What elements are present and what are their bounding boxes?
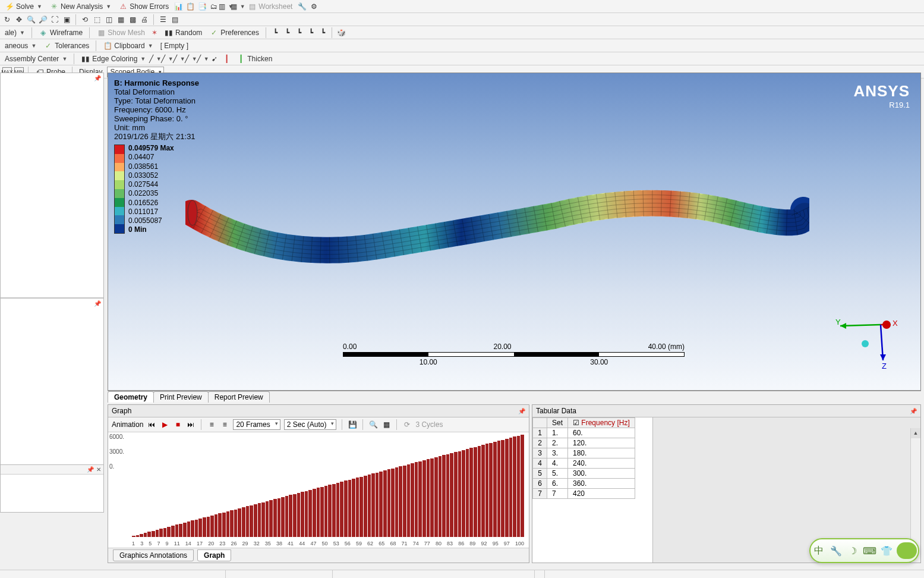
table-row[interactable]: 22.120. (533, 438, 635, 448)
coord-icon-5[interactable]: ┗ (318, 28, 327, 37)
table-row[interactable]: 55.300. (533, 469, 635, 479)
ime-keyboard-icon[interactable]: ⌨ (863, 544, 877, 558)
iso-icon[interactable]: ⬚ (92, 15, 102, 24)
close-icon[interactable]: ✕ (96, 466, 101, 473)
coord-icon-2[interactable]: ┗ (282, 28, 292, 37)
preferences-button[interactable]: ✓Preferences (207, 27, 261, 38)
assembly-center-button[interactable]: Assembly Center▼ (2, 54, 70, 64)
tab-print-preview[interactable]: Print Preview (153, 391, 209, 403)
pen-icon-2[interactable]: ╱▼ (162, 54, 172, 64)
anim-grid-icon[interactable]: ▦ (381, 420, 391, 429)
anim-save-icon[interactable]: 💾 (348, 420, 357, 429)
table-row[interactable]: 77420 (533, 489, 635, 499)
zoom-fit-icon[interactable]: ⛶ (50, 15, 59, 24)
tool-dd-2[interactable]: ▦▼ (233, 2, 242, 11)
scale-dropdown[interactable]: ale)▼ (2, 28, 27, 37)
tool-icon-8[interactable]: ▤ (170, 15, 179, 24)
table-row[interactable]: 44.240. (533, 458, 635, 469)
zoom-out-icon[interactable]: 🔎 (38, 15, 48, 24)
refresh-icon[interactable]: ↻ (2, 15, 12, 24)
zoom-in-icon[interactable]: 🔍 (26, 15, 36, 24)
rotate-icon[interactable]: ⟲ (80, 15, 90, 24)
frames-select[interactable]: 20 Frames (233, 419, 280, 430)
coord-icon-4[interactable]: ┗ (306, 28, 316, 37)
show-errors-button[interactable]: ⚠Show Errors (116, 1, 171, 12)
pen-icon-1[interactable]: ╱▼ (150, 54, 160, 64)
anim-opt-icon-2[interactable]: ≡ (220, 420, 229, 429)
worksheet-button[interactable]: ▤Worksheet (245, 1, 295, 12)
solve-button[interactable]: ⚡Solve▼ (2, 1, 45, 12)
outline-tree[interactable]: 📌 (1, 73, 103, 298)
tab-geometry[interactable]: Geometry (108, 391, 154, 403)
show-mesh-button[interactable]: ▦Show Mesh (94, 27, 147, 38)
pin-icon-3[interactable]: 📌 (87, 466, 94, 473)
tab-graph[interactable]: Graph (197, 549, 231, 561)
anim-first-icon[interactable]: ⏮ (147, 420, 156, 429)
cycles-label: 3 Cycles (415, 420, 443, 429)
view-icon-3[interactable]: ▩ (128, 15, 137, 24)
col-set[interactable]: Set (547, 418, 568, 428)
coordinate-triad[interactable]: Y X Z (834, 313, 900, 369)
tool-icon-4[interactable]: 🗂 (209, 2, 219, 11)
anim-stop-icon[interactable]: ■ (173, 420, 182, 429)
cube-icon[interactable]: 🎲 (336, 28, 346, 37)
tool-icon-2[interactable]: 📋 (185, 2, 195, 11)
duration-select[interactable]: 2 Sec (Auto) (284, 419, 337, 430)
anim-cycle-icon[interactable]: ⟳ (402, 420, 412, 429)
print-icon[interactable]: 🖨 (140, 15, 149, 24)
toolbar-row-5: Assembly Center▼ ▮▮Edge Coloring▼ ╱▼ ╱▼ … (0, 52, 924, 65)
random-button[interactable]: ▮▮Random (162, 27, 204, 38)
tab-graphics-annotations[interactable]: Graphics Annotations (113, 549, 194, 561)
result-timestamp: 2019/1/26 星期六 21:31 (114, 133, 199, 142)
tool-icon-3[interactable]: 📑 (197, 2, 207, 11)
pin-icon-5[interactable]: 📌 (910, 408, 917, 414)
thicken-button[interactable]: ┃Thicken (234, 54, 275, 64)
pin-icon-4[interactable]: 📌 (518, 408, 525, 414)
tool-icon-5[interactable]: 🔧 (297, 2, 307, 11)
k-icon[interactable]: ✶ (150, 28, 159, 37)
misc-dropdown[interactable]: aneous▼ (2, 41, 39, 51)
wireframe-button[interactable]: ◈Wireframe (36, 27, 85, 38)
new-analysis-button[interactable]: ✳New Analysis▼ (47, 1, 113, 12)
result-freq: Frequency: 6000. Hz (114, 106, 199, 115)
anim-play-icon[interactable]: ▶ (160, 420, 169, 429)
svg-line-72 (840, 325, 881, 326)
pen-icon-4[interactable]: ╱▼ (186, 54, 195, 64)
ime-widget[interactable]: 中 🔧 ☽ ⌨ 👕 (809, 538, 919, 563)
ime-shirt-icon[interactable]: 👕 (879, 544, 894, 558)
tool-icon-6[interactable]: ⚙ (309, 2, 318, 11)
pen-icon-5[interactable]: ╱▼ (198, 54, 207, 64)
pointer-icon[interactable]: ➹ (210, 54, 219, 64)
zoom-box-icon[interactable]: ▣ (62, 15, 71, 24)
details-panel[interactable]: 📌 (1, 298, 103, 464)
clipboard-button[interactable]: 📋Clipboard▼ (100, 40, 155, 51)
ime-logo-icon[interactable] (897, 542, 917, 559)
col-frequency[interactable]: ☑ Frequency [Hz] (568, 418, 635, 428)
anim-last-icon[interactable]: ⏭ (186, 420, 195, 429)
anim-zoom-icon[interactable]: 🔍 (368, 420, 378, 429)
tool-icon-7[interactable]: ☰ (158, 15, 168, 24)
anim-opt-icon-1[interactable]: ≡ (207, 420, 216, 429)
tool-icon-1[interactable]: 📊 (174, 2, 183, 11)
ime-moon-icon[interactable]: ☽ (846, 544, 860, 558)
graphics-viewport[interactable]: B: Harmonic Response Total Deformation T… (108, 73, 921, 391)
h-icon[interactable]: ┃ (222, 54, 231, 64)
tool-dd-1[interactable]: ▥▼ (221, 2, 231, 11)
view-icon-2[interactable]: ▦ (116, 15, 125, 24)
table-row[interactable]: 33.180. (533, 448, 635, 458)
pin-icon[interactable]: 📌 (94, 75, 101, 81)
tolerances-button[interactable]: ✓Tolerances (41, 40, 92, 51)
table-row[interactable]: 66.360. (533, 479, 635, 489)
coord-icon-3[interactable]: ┗ (294, 28, 304, 37)
graph-chart[interactable]: 6000. 3000. 0. 1357911141720232629323538… (108, 432, 529, 548)
edge-coloring-button[interactable]: ▮▮Edge Coloring▼ (78, 54, 148, 64)
view-icon-1[interactable]: ◫ (104, 15, 113, 24)
ime-icon-1[interactable]: 🔧 (829, 544, 843, 558)
pan-icon[interactable]: ✥ (14, 15, 24, 24)
pin-icon-2[interactable]: 📌 (94, 300, 101, 307)
ime-lang[interactable]: 中 (812, 544, 826, 558)
table-row[interactable]: 11.60. (533, 428, 635, 438)
coord-icon-1[interactable]: ┗ (270, 28, 280, 37)
tab-report-preview[interactable]: Report Preview (208, 391, 270, 403)
pen-icon-3[interactable]: ╱▼ (174, 54, 184, 64)
